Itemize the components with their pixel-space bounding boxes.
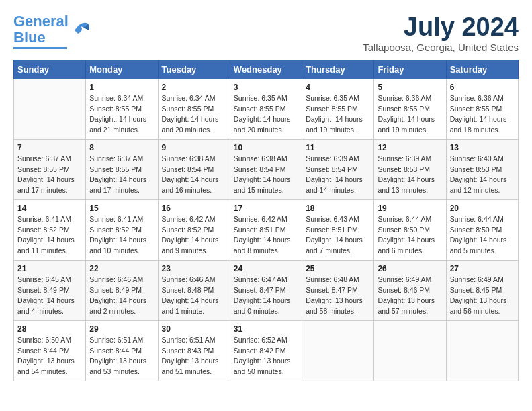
day-number: 20 [450, 203, 515, 213]
day-info: Sunrise: 6:47 AMSunset: 8:47 PMDaylight:… [234, 275, 298, 317]
day-number: 12 [378, 143, 442, 152]
day-number: 14 [17, 203, 82, 213]
calendar-cell: 29Sunrise: 6:51 AMSunset: 8:44 PMDayligh… [86, 320, 158, 381]
calendar-cell: 12Sunrise: 6:39 AMSunset: 8:53 PMDayligh… [374, 139, 446, 199]
weekday-header-friday: Friday [374, 60, 446, 79]
day-info: Sunrise: 6:37 AMSunset: 8:55 PMDaylight:… [89, 154, 154, 196]
day-info: Sunrise: 6:39 AMSunset: 8:54 PMDaylight:… [306, 154, 370, 196]
logo-blue: Blue [13, 29, 46, 46]
day-number: 22 [89, 264, 154, 273]
weekday-header-saturday: Saturday [446, 60, 518, 79]
day-info: Sunrise: 6:40 AMSunset: 8:53 PMDaylight:… [450, 154, 515, 196]
day-number: 15 [89, 203, 154, 213]
calendar-cell [374, 320, 446, 381]
location-title: Tallapoosa, Georgia, United States [363, 42, 519, 53]
weekday-header-sunday: Sunday [14, 60, 86, 79]
day-info: Sunrise: 6:50 AMSunset: 8:44 PMDaylight:… [17, 335, 82, 377]
day-number: 2 [162, 83, 226, 92]
day-number: 28 [17, 324, 82, 334]
day-number: 21 [17, 264, 82, 273]
day-info: Sunrise: 6:38 AMSunset: 8:54 PMDaylight:… [234, 154, 298, 196]
week-row-3: 21Sunrise: 6:45 AMSunset: 8:49 PMDayligh… [14, 260, 519, 320]
day-info: Sunrise: 6:49 AMSunset: 8:45 PMDaylight:… [450, 275, 515, 317]
day-number: 17 [234, 203, 298, 213]
day-number: 10 [234, 143, 298, 152]
day-info: Sunrise: 6:35 AMSunset: 8:55 PMDaylight:… [234, 93, 298, 136]
calendar-cell: 16Sunrise: 6:42 AMSunset: 8:52 PMDayligh… [158, 199, 230, 260]
day-number: 1 [89, 83, 154, 92]
day-info: Sunrise: 6:49 AMSunset: 8:46 PMDaylight:… [378, 275, 442, 317]
week-row-4: 28Sunrise: 6:50 AMSunset: 8:44 PMDayligh… [14, 320, 519, 381]
header: General Blue July 2024 Tallapoosa, Georg… [13, 13, 519, 53]
day-number: 27 [450, 264, 515, 273]
calendar-cell: 25Sunrise: 6:48 AMSunset: 8:47 PMDayligh… [302, 260, 374, 320]
calendar-cell: 23Sunrise: 6:46 AMSunset: 8:48 PMDayligh… [158, 260, 230, 320]
calendar-cell: 13Sunrise: 6:40 AMSunset: 8:53 PMDayligh… [446, 139, 518, 199]
day-number: 5 [378, 83, 442, 92]
day-number: 18 [306, 203, 370, 213]
day-info: Sunrise: 6:38 AMSunset: 8:54 PMDaylight:… [162, 154, 226, 196]
calendar-cell: 18Sunrise: 6:43 AMSunset: 8:51 PMDayligh… [302, 199, 374, 260]
calendar-cell: 10Sunrise: 6:38 AMSunset: 8:54 PMDayligh… [230, 139, 302, 199]
day-number: 7 [17, 143, 82, 152]
weekday-header-wednesday: Wednesday [230, 60, 302, 79]
weekday-header-row: SundayMondayTuesdayWednesdayThursdayFrid… [14, 60, 519, 79]
calendar-cell [302, 320, 374, 381]
calendar-cell: 28Sunrise: 6:50 AMSunset: 8:44 PMDayligh… [14, 320, 86, 381]
day-info: Sunrise: 6:41 AMSunset: 8:52 PMDaylight:… [17, 214, 82, 257]
day-number: 19 [378, 203, 442, 213]
calendar-cell: 3Sunrise: 6:35 AMSunset: 8:55 PMDaylight… [230, 79, 302, 139]
weekday-header-thursday: Thursday [302, 60, 374, 79]
day-info: Sunrise: 6:51 AMSunset: 8:43 PMDaylight:… [162, 335, 226, 377]
day-info: Sunrise: 6:42 AMSunset: 8:52 PMDaylight:… [162, 214, 226, 257]
day-number: 8 [89, 143, 154, 152]
calendar-cell: 31Sunrise: 6:52 AMSunset: 8:42 PMDayligh… [230, 320, 302, 381]
calendar-cell: 24Sunrise: 6:47 AMSunset: 8:47 PMDayligh… [230, 260, 302, 320]
week-row-2: 14Sunrise: 6:41 AMSunset: 8:52 PMDayligh… [14, 199, 519, 260]
day-info: Sunrise: 6:34 AMSunset: 8:55 PMDaylight:… [162, 93, 226, 136]
day-info: Sunrise: 6:34 AMSunset: 8:55 PMDaylight:… [89, 93, 154, 136]
logo-general: General [13, 13, 69, 30]
calendar-cell: 11Sunrise: 6:39 AMSunset: 8:54 PMDayligh… [302, 139, 374, 199]
calendar-cell: 14Sunrise: 6:41 AMSunset: 8:52 PMDayligh… [14, 199, 86, 260]
calendar-cell: 21Sunrise: 6:45 AMSunset: 8:49 PMDayligh… [14, 260, 86, 320]
day-number: 6 [450, 83, 515, 92]
day-info: Sunrise: 6:52 AMSunset: 8:42 PMDaylight:… [234, 335, 298, 377]
week-row-1: 7Sunrise: 6:37 AMSunset: 8:55 PMDaylight… [14, 139, 519, 199]
calendar-cell [446, 320, 518, 381]
calendar-cell: 1Sunrise: 6:34 AMSunset: 8:55 PMDaylight… [86, 79, 158, 139]
calendar-cell: 6Sunrise: 6:36 AMSunset: 8:55 PMDaylight… [446, 79, 518, 139]
calendar-cell: 19Sunrise: 6:44 AMSunset: 8:50 PMDayligh… [374, 199, 446, 260]
day-info: Sunrise: 6:51 AMSunset: 8:44 PMDaylight:… [89, 335, 154, 377]
day-number: 29 [89, 324, 154, 334]
logo-underline [13, 47, 67, 49]
day-number: 16 [162, 203, 226, 213]
calendar-cell: 26Sunrise: 6:49 AMSunset: 8:46 PMDayligh… [374, 260, 446, 320]
day-number: 23 [162, 264, 226, 273]
month-title: July 2024 [363, 13, 519, 42]
day-info: Sunrise: 6:45 AMSunset: 8:49 PMDaylight:… [17, 275, 82, 317]
title-area: July 2024 Tallapoosa, Georgia, United St… [363, 13, 519, 53]
day-number: 31 [234, 324, 298, 334]
weekday-header-monday: Monday [86, 60, 158, 79]
calendar-cell: 7Sunrise: 6:37 AMSunset: 8:55 PMDaylight… [14, 139, 86, 199]
day-info: Sunrise: 6:44 AMSunset: 8:50 PMDaylight:… [378, 214, 442, 257]
day-info: Sunrise: 6:36 AMSunset: 8:55 PMDaylight:… [378, 93, 442, 136]
week-row-0: 1Sunrise: 6:34 AMSunset: 8:55 PMDaylight… [14, 79, 519, 139]
weekday-header-tuesday: Tuesday [158, 60, 230, 79]
day-number: 11 [306, 143, 370, 152]
day-info: Sunrise: 6:36 AMSunset: 8:55 PMDaylight:… [450, 93, 515, 136]
calendar-cell: 2Sunrise: 6:34 AMSunset: 8:55 PMDaylight… [158, 79, 230, 139]
calendar-cell: 20Sunrise: 6:44 AMSunset: 8:50 PMDayligh… [446, 199, 518, 260]
day-info: Sunrise: 6:46 AMSunset: 8:49 PMDaylight:… [89, 275, 154, 317]
day-info: Sunrise: 6:46 AMSunset: 8:48 PMDaylight:… [162, 275, 226, 317]
calendar-cell: 15Sunrise: 6:41 AMSunset: 8:52 PMDayligh… [86, 199, 158, 260]
calendar-cell [14, 79, 86, 139]
day-info: Sunrise: 6:42 AMSunset: 8:51 PMDaylight:… [234, 214, 298, 257]
calendar-cell: 4Sunrise: 6:35 AMSunset: 8:55 PMDaylight… [302, 79, 374, 139]
calendar-cell: 27Sunrise: 6:49 AMSunset: 8:45 PMDayligh… [446, 260, 518, 320]
day-info: Sunrise: 6:37 AMSunset: 8:55 PMDaylight:… [17, 154, 82, 196]
calendar-cell: 30Sunrise: 6:51 AMSunset: 8:43 PMDayligh… [158, 320, 230, 381]
calendar-cell: 22Sunrise: 6:46 AMSunset: 8:49 PMDayligh… [86, 260, 158, 320]
day-info: Sunrise: 6:43 AMSunset: 8:51 PMDaylight:… [306, 214, 370, 257]
